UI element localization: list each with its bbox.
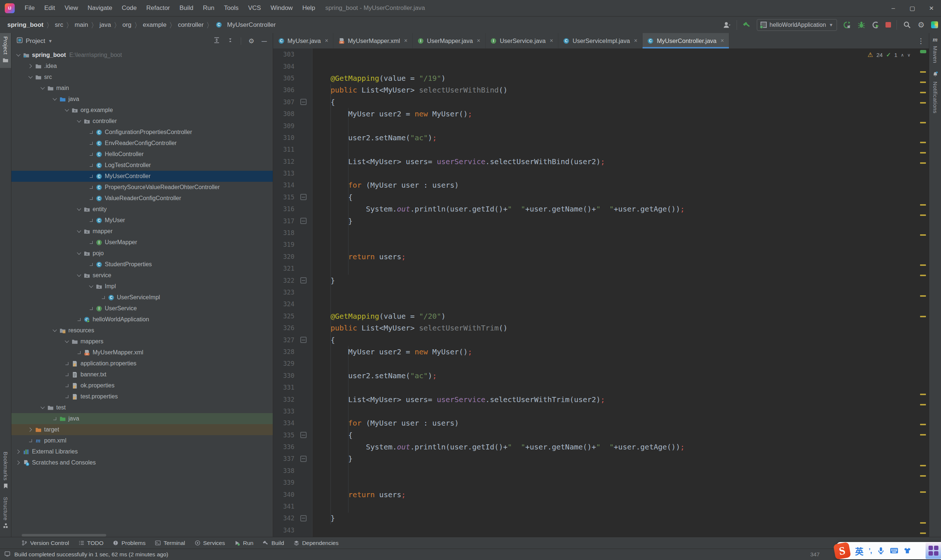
- tab-options-icon[interactable]: ⋮: [913, 33, 929, 48]
- line-number[interactable]: 326: [273, 324, 295, 332]
- sogou-logo-icon[interactable]: S: [833, 542, 851, 560]
- line-number[interactable]: 316: [273, 205, 295, 212]
- line-number[interactable]: 310: [273, 134, 295, 142]
- tree-item-userservice[interactable]: IUserService: [11, 303, 273, 314]
- run-configuration-select[interactable]: helloWorldApplication ▼: [757, 19, 837, 31]
- line-number[interactable]: 327: [273, 336, 295, 344]
- tab-myusermapper-xml[interactable]: <>MyUserMapper.xml×: [333, 33, 412, 48]
- line-number[interactable]: 318: [273, 229, 295, 237]
- tree-item-mapper[interactable]: mapper: [11, 226, 273, 237]
- line-number[interactable]: 304: [273, 63, 295, 70]
- chevron-down-icon[interactable]: [76, 228, 83, 235]
- close-icon[interactable]: ×: [477, 37, 480, 44]
- line-number[interactable]: 322: [273, 277, 295, 284]
- line-number[interactable]: 341: [273, 503, 295, 510]
- search-icon[interactable]: [902, 20, 911, 29]
- tree-item-myuser[interactable]: CMyUser: [11, 215, 273, 226]
- code-line[interactable]: 342 }: [273, 512, 917, 524]
- line-number[interactable]: 338: [273, 467, 295, 474]
- line-number[interactable]: 319: [273, 241, 295, 248]
- code-line[interactable]: 338: [273, 465, 917, 477]
- gutter-fold-column[interactable]: [295, 432, 312, 438]
- tree-item-studentproperties[interactable]: CStudentProperties: [11, 259, 273, 270]
- code-line[interactable]: 318: [273, 227, 917, 239]
- chevron-down-icon[interactable]: [76, 206, 83, 213]
- line-number[interactable]: 321: [273, 265, 295, 272]
- close-icon[interactable]: ×: [325, 37, 328, 44]
- toolwindow-button-dependencies[interactable]: Dependencies: [289, 537, 343, 549]
- toolwindow-button-version-control[interactable]: Version Control: [17, 537, 74, 549]
- sidebar-item-project[interactable]: Project: [0, 33, 11, 68]
- tree-item-resources[interactable]: resources: [11, 325, 273, 336]
- tree-item--idea[interactable]: .idea: [11, 61, 273, 72]
- inspection-indicator[interactable]: [920, 50, 926, 53]
- project-panel-title[interactable]: Project: [26, 37, 45, 45]
- maximize-button[interactable]: [903, 0, 922, 16]
- tree-item-java[interactable]: java: [11, 94, 273, 105]
- close-icon[interactable]: ×: [404, 37, 407, 44]
- line-number[interactable]: 303: [273, 51, 295, 58]
- chevron-down-icon[interactable]: [39, 85, 46, 92]
- code-line[interactable]: 310 user2.setName("ac");: [273, 132, 917, 143]
- line-number[interactable]: 324: [273, 300, 295, 308]
- tree-item-myusercontroller[interactable]: CMyUserController: [11, 171, 273, 182]
- line-number[interactable]: 328: [273, 348, 295, 355]
- fold-end-icon[interactable]: [300, 277, 307, 283]
- collapse-all-icon[interactable]: [227, 37, 233, 45]
- code-line[interactable]: 313: [273, 168, 917, 179]
- horizontal-scrollbar[interactable]: [22, 534, 106, 537]
- gear-icon[interactable]: ⚙: [248, 37, 255, 45]
- code-line[interactable]: 330 user2.setName("ac");: [273, 370, 917, 382]
- code-line[interactable]: 305 @GetMapping(value = "/19"): [273, 72, 917, 84]
- menu-help[interactable]: Help: [298, 0, 320, 16]
- code-line[interactable]: 322 }: [273, 274, 917, 286]
- code-line[interactable]: 340 return users;: [273, 488, 917, 500]
- next-warning-icon[interactable]: ∨: [907, 52, 910, 58]
- gear-icon[interactable]: ⚙: [917, 20, 926, 29]
- line-number[interactable]: 336: [273, 443, 295, 451]
- fold-start-icon[interactable]: [300, 194, 307, 200]
- tree-item-spring-boot[interactable]: spring_bootE:\learn\spring_boot: [11, 49, 273, 61]
- line-number[interactable]: 308: [273, 110, 295, 117]
- tree-item-myusermapper-xml[interactable]: <>MyUserMapper.xml: [11, 347, 273, 358]
- close-icon[interactable]: ×: [549, 37, 553, 44]
- line-number[interactable]: 314: [273, 182, 295, 189]
- code-line[interactable]: 332 List<MyUser> users= userService.sele…: [273, 393, 917, 405]
- menu-window[interactable]: Window: [266, 0, 298, 16]
- toolwindow-button-services[interactable]: Services: [190, 537, 230, 549]
- code-line[interactable]: 334 for (MyUser user : users): [273, 417, 917, 429]
- close-button[interactable]: [922, 0, 941, 16]
- code-line[interactable]: 324: [273, 298, 917, 310]
- prev-warning-icon[interactable]: ∧: [901, 52, 904, 58]
- tree-item-src[interactable]: src: [11, 72, 273, 83]
- close-icon[interactable]: ×: [720, 37, 724, 44]
- tree-item-configurationpropertiescontroller[interactable]: CConfigurationPropertiesController: [11, 127, 273, 138]
- menu-code[interactable]: Code: [117, 0, 142, 16]
- menu-tools[interactable]: Tools: [219, 0, 243, 16]
- tree-item-org-example[interactable]: org.example: [11, 105, 273, 116]
- chevron-down-icon[interactable]: [76, 118, 83, 125]
- line-number[interactable]: 325: [273, 312, 295, 320]
- tree-item-usermapper[interactable]: IUserMapper: [11, 237, 273, 248]
- code-line[interactable]: 309: [273, 120, 917, 131]
- code-line[interactable]: 331: [273, 382, 917, 393]
- tree-item-impl[interactable]: Impl: [11, 281, 273, 292]
- close-icon[interactable]: ×: [634, 37, 637, 44]
- code-line[interactable]: 312 List<MyUser> users= userService.sele…: [273, 156, 917, 168]
- tab-usermapper-java[interactable]: IUserMapper.java×: [413, 33, 486, 48]
- tree-item-scratches-and-consoles[interactable]: Scratches and Consoles: [11, 457, 273, 468]
- gutter-fold-column[interactable]: [295, 456, 312, 462]
- rerun-icon[interactable]: [842, 20, 851, 29]
- code-line[interactable]: 307 {: [273, 96, 917, 108]
- chevron-down-icon[interactable]: [27, 74, 34, 81]
- code-line[interactable]: 320 return users;: [273, 251, 917, 263]
- chevron-right-icon[interactable]: [27, 63, 34, 70]
- chevron-down-icon[interactable]: [63, 107, 71, 114]
- tab-myusercontroller-java[interactable]: CMyUserController.java×: [643, 33, 729, 48]
- breadcrumb-item[interactable]: controller: [178, 21, 204, 29]
- code-line[interactable]: 311: [273, 143, 917, 155]
- tree-item-hellocontroller[interactable]: CHelloController: [11, 149, 273, 160]
- tree-item-userserviceimpl[interactable]: CUserServiceImpl: [11, 292, 273, 303]
- tree-item-test[interactable]: test: [11, 402, 273, 413]
- code-line[interactable]: 328 MyUser user2 = new MyUser();: [273, 346, 917, 358]
